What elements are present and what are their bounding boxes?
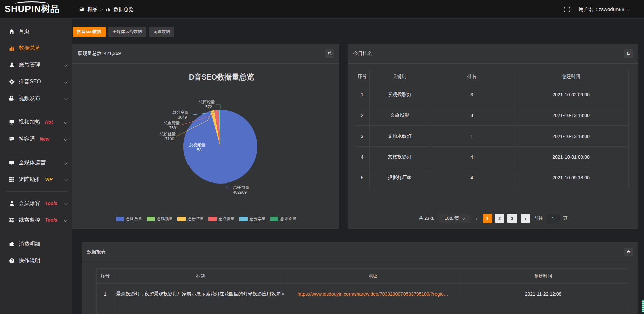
legend-label: 总视频量 — [157, 216, 173, 222]
sidebar-item-11[interactable]: 线索监控Tools — [0, 212, 72, 228]
legend-item[interactable]: 总播放量 — [116, 216, 142, 222]
fullscreen-icon[interactable] — [564, 7, 570, 12]
sidebar-item-label: 视频发布 — [19, 95, 40, 102]
pie-label-name: 总评论量 — [198, 100, 215, 104]
sidebar-item-label: 消费明细 — [19, 241, 40, 248]
table-row: 1景观投影灯32021-10-02 09:00 — [355, 84, 629, 105]
chevron-down-icon — [64, 63, 67, 66]
legend-label: 总播放量 — [126, 216, 142, 222]
page-size-select[interactable]: 10条/页 — [439, 214, 470, 223]
table-cell: 文旅水纹灯 — [370, 126, 430, 147]
sidebar-divider — [6, 191, 68, 192]
sidebar-item-9[interactable]: 矩阵助推VIP — [0, 171, 72, 188]
table-cell: 2 — [355, 105, 370, 126]
legend-label: 总分享量 — [250, 216, 266, 222]
sidebar-item-10[interactable]: 会员爆客Tools — [0, 195, 72, 212]
sliders-icon — [9, 217, 15, 223]
legend-item[interactable]: 总点赞量 — [208, 216, 235, 222]
sidebar-item-badge: Tools — [45, 201, 57, 206]
table-header-row: 序号关键词排名创建时间 — [355, 69, 629, 84]
prev-page-button[interactable]: ‹ — [474, 216, 479, 221]
data-source-tabs: 抖音seo数据全媒体运营数据询盘数据 — [73, 27, 174, 37]
pie-label-line — [216, 105, 220, 109]
table-cell: 1 — [355, 84, 370, 105]
app-logo: SHUPIN树品 — [5, 3, 72, 15]
pagination: 共 23 条 10条/页 ‹ 123 › 前往 页 — [348, 214, 638, 223]
sidebar-item-12[interactable]: 消费明细 — [0, 235, 72, 252]
bar-chart-icon — [106, 7, 111, 12]
report-panel: 数据报表 表 序号标题地址创建时间 1景观投影灯，夜游景观投影灯厂家展示展示落花… — [82, 242, 638, 314]
user-menu[interactable]: 用户名：zswodun88 — [579, 6, 629, 13]
grid-icon — [9, 176, 15, 182]
tab-1[interactable]: 抖音seo数据 — [73, 27, 106, 37]
goto-page-input[interactable] — [546, 214, 560, 223]
page-button-1[interactable]: 1 — [483, 214, 492, 223]
pie-label-value: 3049 — [178, 115, 187, 120]
goto-label: 前往 — [534, 215, 543, 221]
table-badge-button[interactable]: 表 — [624, 248, 633, 256]
sidebar-item-7[interactable]: 抖客通New — [0, 130, 72, 147]
video-url-link[interactable]: https://www.iesdouyin.com/share/video/70… — [287, 284, 459, 304]
chevron-down-icon — [462, 216, 465, 220]
next-page-button[interactable]: › — [521, 214, 530, 223]
column-header: 序号 — [97, 269, 114, 284]
table-cell: 2021-10-01 09:00 — [514, 147, 629, 167]
svg-text:?: ? — [11, 259, 13, 263]
table-cell — [287, 304, 459, 314]
table-row: 5投影灯厂家42021-10-09 18:00 — [355, 167, 629, 188]
window-icon — [79, 7, 84, 12]
legend-label: 总粉丝量 — [188, 216, 204, 222]
total-badge-button[interactable]: 总 — [325, 49, 334, 58]
page-button-2[interactable]: 2 — [495, 214, 504, 223]
ranking-panel: 今日排名 日 序号关键词排名创建时间 1景观投影灯32021-10-02 09:… — [348, 44, 638, 229]
legend-item[interactable]: 总分享量 — [239, 216, 266, 222]
breadcrumb-root[interactable]: 树品 — [87, 6, 97, 13]
legend-item[interactable]: 总粉丝量 — [177, 216, 204, 222]
table-cell: 文旅投影灯 — [370, 147, 430, 167]
pie-label-name: 总点赞量 — [163, 121, 180, 125]
table-header-row: 序号标题地址创建时间 — [97, 269, 628, 284]
ranking-table: 序号关键词排名创建时间 1景观投影灯32021-10-02 09:002文旅投影… — [355, 69, 629, 188]
table-cell: 3 — [430, 84, 514, 105]
legend-item[interactable]: 总视频量 — [147, 216, 173, 222]
column-header: 地址 — [287, 269, 459, 284]
gear-icon — [9, 78, 15, 85]
sidebar-item-label: 线索监控 — [19, 217, 40, 224]
tab-3[interactable]: 询盘数据 — [149, 27, 174, 37]
chevron-down-icon — [64, 80, 67, 83]
sidebar-item-13[interactable]: ?操作说明 — [0, 252, 72, 269]
legend-swatch — [270, 217, 278, 221]
goto-unit: 页 — [563, 215, 568, 221]
table-cell: 4 — [430, 147, 514, 167]
pie-label-name: 总播放量 — [233, 185, 249, 190]
sidebar-item-6[interactable]: 视频加热Hot — [0, 114, 72, 130]
pie-label-value: 572 — [205, 105, 212, 109]
day-badge-button[interactable]: 日 — [624, 49, 633, 58]
sidebar-item-2[interactable]: 数据总览 — [0, 40, 72, 56]
report-table: 序号标题地址创建时间 1景观投影灯，夜游景观投影灯厂家展示展示落花灯在花园里的灯… — [96, 268, 628, 314]
video-camera-icon — [9, 95, 15, 101]
sidebar-item-4[interactable]: 抖音SEO — [0, 73, 72, 90]
sidebar-item-label: 抖客通 — [19, 136, 35, 143]
legend-label: 总评论量 — [280, 216, 297, 222]
sidebar-item-8[interactable]: 全媒体运营 — [0, 154, 72, 171]
legend-item[interactable]: 总评论量 — [270, 216, 297, 222]
pie-label-line — [225, 183, 232, 189]
page-button-3[interactable]: 3 — [507, 214, 517, 223]
ranking-table-header: 序号关键词排名创建时间 — [355, 69, 629, 84]
table-cell: 3 — [355, 126, 370, 147]
overview-panel-title: 展现量总数: 421,369 — [78, 51, 121, 57]
chevron-down-icon — [64, 137, 67, 141]
sidebar-divider — [6, 110, 68, 110]
sidebar-item-badge: Tools — [45, 217, 57, 223]
sidebar-item-5[interactable]: 视频发布 — [0, 90, 72, 107]
tab-2[interactable]: 全媒体运营数据 — [108, 27, 147, 37]
sidebar-item-label: 全媒体运营 — [19, 159, 46, 166]
page-size-value: 10条/页 — [445, 216, 459, 221]
table-cell — [97, 304, 114, 314]
table-cell: 2021-10-13 18:00 — [514, 105, 629, 126]
sidebar-item-label: 视频加热 — [19, 119, 40, 126]
sidebar-item-3[interactable]: 账号管理 — [0, 56, 72, 73]
scrollbar-thumb[interactable] — [642, 300, 644, 312]
sidebar-item-1[interactable]: 首页 — [0, 23, 72, 40]
